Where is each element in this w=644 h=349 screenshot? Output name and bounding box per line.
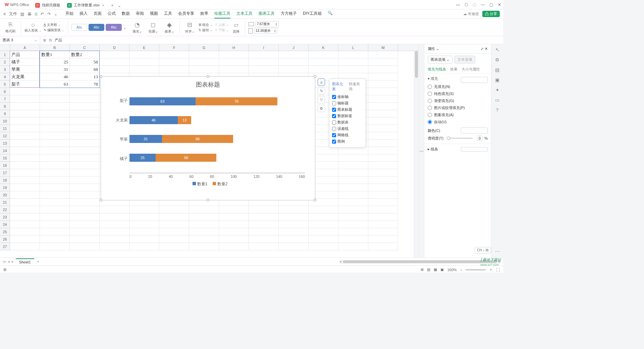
cell[interactable] bbox=[368, 125, 398, 132]
view-read-icon[interactable]: ▣ bbox=[440, 267, 444, 272]
col-K[interactable]: K bbox=[309, 44, 338, 51]
popup-tab-elements[interactable]: 图表元素 bbox=[332, 82, 346, 92]
row-10[interactable]: 10 bbox=[0, 117, 10, 125]
cell[interactable] bbox=[40, 110, 70, 117]
share-button[interactable]: 凸 分享 bbox=[482, 11, 500, 17]
cell[interactable] bbox=[189, 236, 219, 243]
tab-vip[interactable]: 会员专享 bbox=[178, 9, 194, 18]
cell[interactable] bbox=[189, 51, 219, 58]
cell[interactable] bbox=[10, 140, 40, 147]
cell[interactable] bbox=[10, 191, 40, 199]
horizontal-scrollbar[interactable]: ◂▸ bbox=[339, 260, 500, 264]
col-L[interactable]: L bbox=[338, 44, 368, 51]
select-all-corner[interactable] bbox=[0, 44, 10, 51]
cell[interactable] bbox=[70, 140, 100, 147]
fill-opt-4[interactable]: 图案填充(A) bbox=[428, 111, 488, 118]
cell[interactable] bbox=[368, 191, 398, 199]
cell[interactable] bbox=[219, 236, 249, 243]
cell[interactable] bbox=[249, 51, 279, 58]
cell[interactable] bbox=[219, 66, 249, 73]
cell[interactable] bbox=[309, 221, 338, 228]
cell[interactable] bbox=[70, 199, 100, 206]
col-B[interactable]: B bbox=[40, 44, 70, 51]
col-A[interactable]: A bbox=[10, 44, 40, 51]
maximize-icon[interactable]: ▢ bbox=[489, 2, 493, 7]
cell[interactable] bbox=[40, 206, 70, 213]
rotate-button[interactable]: ↻旋转⌄ bbox=[199, 28, 213, 33]
row-9[interactable]: 9 bbox=[0, 110, 10, 117]
panel-collapse[interactable]: — bbox=[419, 44, 424, 257]
formula-input[interactable]: 产品 bbox=[55, 38, 62, 43]
cell[interactable]: 46 bbox=[40, 73, 70, 81]
tab-charttools[interactable]: 图表工具 bbox=[259, 9, 275, 18]
cell[interactable] bbox=[70, 103, 100, 110]
cell[interactable] bbox=[159, 206, 189, 213]
cell[interactable] bbox=[129, 228, 159, 236]
transp-slider[interactable] bbox=[447, 138, 473, 139]
col-I[interactable]: I bbox=[249, 44, 279, 51]
row-11[interactable]: 11 bbox=[0, 125, 10, 132]
cell[interactable] bbox=[279, 66, 309, 73]
height-input[interactable]: 7.67厘米▴▾ bbox=[249, 21, 279, 27]
chart-elements-icon[interactable]: ⫼ bbox=[318, 79, 325, 86]
cell[interactable] bbox=[368, 206, 398, 213]
cell[interactable] bbox=[100, 236, 129, 243]
cell[interactable] bbox=[279, 206, 309, 213]
cell[interactable] bbox=[189, 221, 219, 228]
close-icon[interactable]: ✕ bbox=[498, 2, 501, 7]
row-26[interactable]: 26 bbox=[0, 236, 10, 243]
cell[interactable] bbox=[279, 213, 309, 221]
cell[interactable] bbox=[10, 177, 40, 184]
rp-tab-size[interactable]: 大小与属性 bbox=[462, 67, 480, 72]
col-E[interactable]: E bbox=[129, 44, 159, 51]
chk-3[interactable]: 数据标签 bbox=[332, 113, 363, 119]
textbox[interactable]: A̲文本框⌄ bbox=[44, 22, 64, 27]
cell[interactable] bbox=[249, 206, 279, 213]
cell[interactable] bbox=[10, 206, 40, 213]
cell[interactable] bbox=[10, 162, 40, 169]
clipboard-icon[interactable]: ▣ bbox=[495, 77, 499, 83]
col-G[interactable]: G bbox=[189, 44, 219, 51]
cell[interactable]: 火龙果 bbox=[10, 73, 40, 81]
fill-opt-5[interactable]: 自动(U) bbox=[428, 118, 488, 126]
cell[interactable]: 13 bbox=[70, 73, 100, 81]
cell[interactable] bbox=[338, 199, 368, 206]
select-button[interactable]: ▱选择 bbox=[231, 21, 241, 34]
save-icon[interactable]: ▤ bbox=[20, 12, 24, 16]
cell[interactable] bbox=[368, 221, 398, 228]
cell[interactable] bbox=[159, 213, 189, 221]
menu-hamburger-icon[interactable]: ≡ bbox=[3, 12, 6, 16]
cell[interactable] bbox=[249, 66, 279, 73]
cell[interactable]: 68 bbox=[70, 66, 100, 73]
seg-chart-options[interactable]: 图表选项 ⌄ bbox=[428, 56, 452, 63]
fill-opt-0[interactable]: 无填充(N) bbox=[428, 83, 488, 90]
minimize-icon[interactable]: — bbox=[481, 2, 485, 7]
cell[interactable] bbox=[249, 228, 279, 236]
cell[interactable] bbox=[70, 177, 100, 184]
cell[interactable] bbox=[70, 221, 100, 228]
col-H[interactable]: H bbox=[219, 44, 249, 51]
fill-swatch[interactable] bbox=[461, 77, 488, 83]
cell[interactable] bbox=[309, 58, 338, 66]
cell[interactable] bbox=[100, 228, 129, 236]
cell[interactable] bbox=[368, 117, 398, 125]
cell[interactable] bbox=[368, 66, 398, 73]
cell[interactable] bbox=[279, 228, 309, 236]
row-6[interactable]: 6 bbox=[0, 88, 10, 95]
cell[interactable] bbox=[129, 221, 159, 228]
row-5[interactable]: 5 bbox=[0, 81, 10, 88]
chart-filter-icon[interactable]: ▽ bbox=[318, 96, 325, 103]
cell[interactable] bbox=[10, 184, 40, 191]
cell[interactable] bbox=[100, 206, 129, 213]
view-page-icon[interactable]: ▦ bbox=[434, 267, 437, 272]
cell[interactable]: 产品 bbox=[10, 51, 40, 58]
row-20[interactable]: 20 bbox=[0, 191, 10, 199]
col-J[interactable]: J bbox=[279, 44, 309, 51]
tab-formula[interactable]: 公式 bbox=[108, 9, 116, 18]
more-icon[interactable]: ⋯ bbox=[495, 249, 500, 254]
col-D[interactable]: D bbox=[100, 44, 129, 51]
cell[interactable] bbox=[10, 132, 40, 140]
row-15[interactable]: 15 bbox=[0, 154, 10, 162]
col-C[interactable]: C bbox=[70, 44, 100, 51]
search-icon[interactable]: 🔍 bbox=[328, 9, 333, 18]
